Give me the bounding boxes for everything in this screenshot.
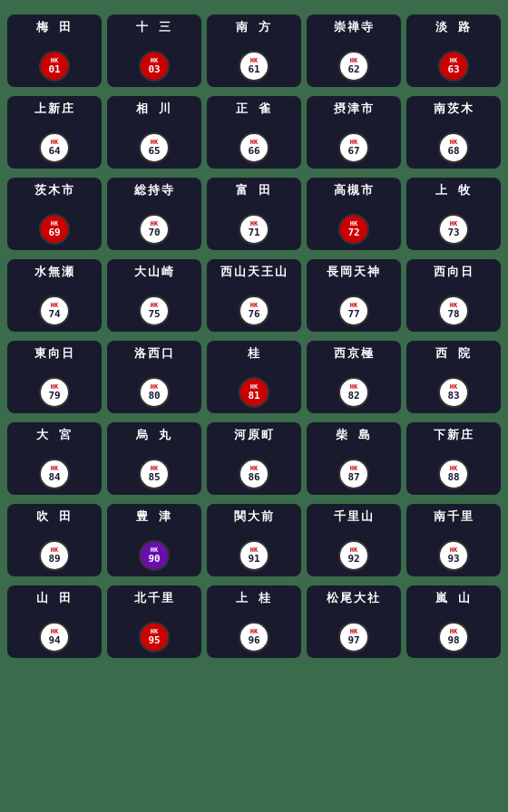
station-badge: HK90 bbox=[139, 540, 170, 571]
station-name: 大山崎 bbox=[134, 265, 175, 280]
station-badge: HK81 bbox=[239, 377, 269, 408]
station-name: 関大前 bbox=[234, 509, 275, 525]
hk-number: 90 bbox=[148, 554, 160, 564]
station-badge: HK88 bbox=[438, 459, 469, 489]
station-name: 南千里 bbox=[434, 509, 474, 525]
station-grid: 梅 田HK01十 三HK03南 方HK61崇禅寺HK62淡 路HK63上新庄HK… bbox=[7, 14, 501, 658]
hk-number: 69 bbox=[48, 227, 60, 237]
station-badge: HK77 bbox=[338, 295, 369, 326]
hk-number: 96 bbox=[248, 635, 259, 645]
station-card: 豊 津HK90 bbox=[107, 504, 201, 576]
station-card: 北千里HK95 bbox=[107, 585, 201, 658]
station-name: 大 宮 bbox=[36, 428, 73, 443]
station-card: 茨木市HK69 bbox=[7, 178, 102, 250]
station-name: 淡 路 bbox=[435, 20, 472, 35]
station-name: 梅 田 bbox=[36, 20, 73, 35]
station-badge: HK62 bbox=[338, 51, 369, 82]
station-card: 水無瀬HK74 bbox=[7, 259, 102, 332]
station-card: 西向日HK78 bbox=[406, 259, 501, 332]
station-name: 富 田 bbox=[236, 183, 272, 198]
hk-number: 68 bbox=[447, 146, 459, 156]
station-badge: HK74 bbox=[39, 295, 70, 326]
station-badge: HK71 bbox=[239, 214, 269, 245]
hk-number: 79 bbox=[48, 391, 60, 401]
station-name: 西向日 bbox=[434, 265, 474, 280]
station-name: 千里山 bbox=[334, 509, 375, 525]
station-card: 大 宮HK84 bbox=[7, 422, 102, 495]
station-name: 十 三 bbox=[136, 20, 172, 35]
station-badge: HK94 bbox=[39, 622, 70, 652]
station-card: 富 田HK71 bbox=[207, 178, 301, 250]
station-name: 柴 島 bbox=[336, 428, 372, 443]
station-name: 高槻市 bbox=[334, 183, 375, 198]
station-card: 烏 丸HK85 bbox=[107, 422, 201, 495]
station-name: 吹 田 bbox=[36, 509, 73, 525]
hk-number: 82 bbox=[347, 391, 359, 401]
station-card: 上 桂HK96 bbox=[207, 585, 301, 658]
station-badge: HK84 bbox=[39, 459, 70, 489]
station-name: 総持寺 bbox=[134, 183, 175, 198]
hk-number: 97 bbox=[347, 635, 359, 645]
station-name: 水無瀬 bbox=[34, 265, 75, 280]
station-card: 柴 島HK87 bbox=[307, 422, 401, 495]
hk-number: 76 bbox=[248, 309, 259, 319]
station-name: 烏 丸 bbox=[136, 428, 172, 443]
station-name: 西 院 bbox=[435, 346, 472, 362]
station-card: 崇禅寺HK62 bbox=[307, 14, 401, 87]
station-badge: HK79 bbox=[39, 377, 70, 408]
hk-number: 86 bbox=[248, 472, 259, 482]
station-card: 嵐 山HK98 bbox=[406, 585, 501, 658]
hk-number: 63 bbox=[447, 64, 459, 74]
hk-number: 93 bbox=[447, 554, 459, 564]
station-name: 山 田 bbox=[36, 591, 73, 606]
station-badge: HK68 bbox=[438, 132, 469, 163]
station-name: 摂津市 bbox=[334, 102, 375, 117]
station-badge: HK96 bbox=[239, 622, 269, 652]
station-name: 下新庄 bbox=[434, 428, 474, 443]
station-badge: HK78 bbox=[438, 295, 469, 326]
station-name: 上 桂 bbox=[236, 591, 272, 606]
station-badge: HK61 bbox=[239, 51, 269, 82]
station-name: 南 方 bbox=[236, 20, 272, 35]
station-badge: HK63 bbox=[438, 51, 469, 82]
station-name: 桂 bbox=[248, 346, 261, 362]
station-card: 上新庄HK64 bbox=[7, 96, 102, 169]
station-badge: HK97 bbox=[338, 622, 369, 652]
hk-number: 88 bbox=[447, 472, 459, 482]
station-name: 洛西口 bbox=[134, 346, 175, 362]
station-card: 山 田HK94 bbox=[7, 585, 102, 658]
station-card: 大山崎HK75 bbox=[107, 259, 201, 332]
station-card: 総持寺HK70 bbox=[107, 178, 201, 250]
station-badge: HK86 bbox=[239, 459, 269, 489]
hk-number: 95 bbox=[148, 635, 160, 645]
station-name: 茨木市 bbox=[34, 183, 75, 198]
station-badge: HK85 bbox=[139, 459, 170, 489]
station-badge: HK03 bbox=[139, 51, 170, 82]
station-badge: HK83 bbox=[438, 377, 469, 408]
hk-number: 71 bbox=[248, 227, 259, 237]
station-card: 吹 田HK89 bbox=[7, 504, 102, 576]
station-name: 豊 津 bbox=[136, 509, 172, 525]
station-badge: HK98 bbox=[438, 622, 469, 652]
station-card: 南千里HK93 bbox=[406, 504, 501, 576]
station-badge: HK65 bbox=[139, 132, 170, 163]
station-card: 上 牧HK73 bbox=[406, 178, 501, 250]
station-name: 長岡天神 bbox=[327, 265, 381, 280]
station-card: 相 川HK65 bbox=[107, 96, 201, 169]
station-badge: HK89 bbox=[39, 540, 70, 571]
station-card: 南 方HK61 bbox=[207, 14, 301, 87]
station-badge: HK70 bbox=[139, 214, 170, 245]
station-name: 松尾大社 bbox=[327, 591, 381, 606]
station-card: 西京極HK82 bbox=[307, 341, 401, 413]
hk-number: 74 bbox=[48, 309, 60, 319]
hk-number: 85 bbox=[148, 472, 160, 482]
hk-number: 61 bbox=[248, 64, 259, 74]
station-name: 西京極 bbox=[334, 346, 375, 362]
station-card: 摂津市HK67 bbox=[307, 96, 401, 169]
hk-number: 64 bbox=[48, 146, 60, 156]
station-card: 南茨木HK68 bbox=[406, 96, 501, 169]
station-name: 嵐 山 bbox=[435, 591, 472, 606]
hk-number: 98 bbox=[447, 635, 459, 645]
hk-number: 84 bbox=[48, 472, 60, 482]
station-card: 西山天王山HK76 bbox=[207, 259, 301, 332]
